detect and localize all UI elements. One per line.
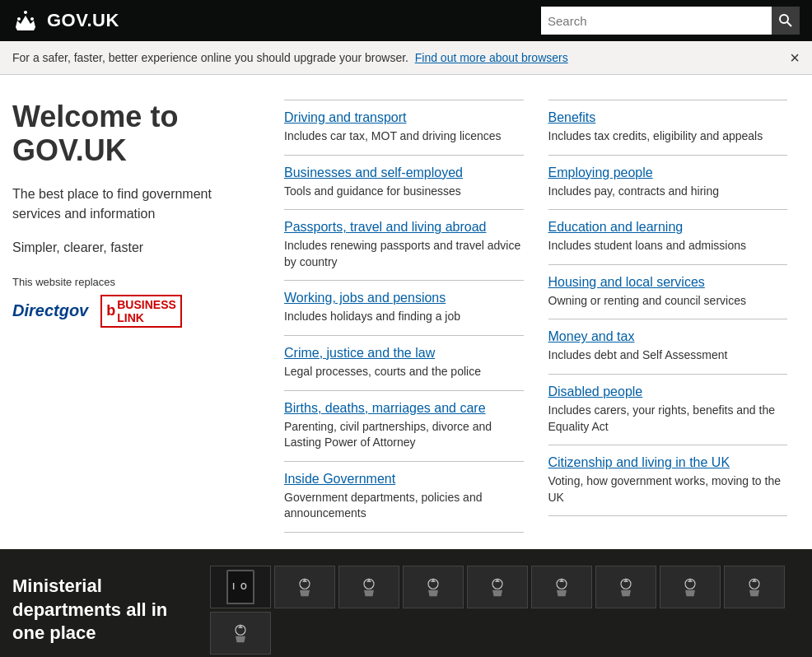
passports-link[interactable]: Passports, travel and living abroad	[284, 220, 524, 235]
list-item: Money and tax Includes debt and Self Ass…	[548, 319, 788, 374]
gov-uk-logo[interactable]: GOV.UK	[12, 9, 119, 32]
businesses-link[interactable]: Businesses and self-employed	[284, 165, 524, 180]
citizenship-link[interactable]: Citizenship and living in the UK	[548, 455, 788, 470]
list-item: Businesses and self-employed Tools and g…	[284, 155, 524, 210]
disabled-people-link[interactable]: Disabled people	[548, 384, 788, 399]
svg-line-1	[787, 22, 791, 26]
list-item: Driving and transport Includes car tax, …	[284, 100, 524, 155]
list-item: Working, jobs and pensions Includes holi…	[284, 280, 524, 335]
benefits-link[interactable]: Benefits	[548, 110, 788, 125]
welcome-description: The best place to find government servic…	[12, 184, 259, 224]
education-learning-link[interactable]: Education and learning	[548, 220, 788, 235]
dept-thumbnail[interactable]	[274, 566, 335, 608]
royal-crest-icon	[228, 621, 253, 645]
svg-point-0	[780, 15, 788, 23]
search-input[interactable]	[541, 7, 772, 35]
right-link-column: Benefits Includes tax credits, eligibili…	[536, 100, 800, 533]
businesslink-text: BUSINESSLINK	[117, 298, 176, 324]
dept-thumbnail[interactable]	[210, 612, 271, 655]
link-description: Includes pay, contracts and hiring	[548, 184, 788, 200]
door-10-text: I O	[232, 582, 248, 591]
dept-thumbnail[interactable]	[531, 566, 592, 608]
list-item: Inside Government Government departments…	[284, 461, 524, 533]
list-item: Disabled people Includes carers, your ri…	[548, 374, 788, 445]
working-jobs-link[interactable]: Working, jobs and pensions	[284, 291, 524, 305]
driving-transport-link[interactable]: Driving and transport	[284, 110, 524, 125]
legacy-logos: Directgov b BUSINESSLINK	[12, 295, 259, 328]
royal-crest-icon	[357, 575, 381, 599]
site-name: GOV.UK	[47, 10, 119, 31]
royal-crest-icon	[742, 575, 767, 599]
welcome-panel: Welcome to GOV.UK The best place to find…	[12, 100, 259, 533]
search-form	[541, 7, 800, 35]
link-description: Includes student loans and admissions	[548, 238, 788, 254]
crown-icon	[12, 9, 39, 32]
directgov-logo[interactable]: Directgov	[12, 301, 88, 320]
list-item: Housing and local services Owning or ren…	[548, 264, 788, 319]
businesslink-b-icon: b	[106, 302, 115, 319]
dept-thumbnails: I O	[210, 566, 800, 655]
list-item: Employing people Includes pay, contracts…	[548, 155, 788, 210]
link-description: Legal processes, courts and the police	[284, 364, 524, 380]
housing-local-link[interactable]: Housing and local services	[548, 275, 788, 290]
link-description: Owning or renting and council services	[548, 293, 788, 310]
welcome-heading: Welcome to GOV.UK	[12, 100, 259, 168]
browser-warning-text: For a safer, faster, better experience o…	[12, 51, 568, 64]
replaces-label: This website replaces	[12, 276, 259, 288]
main-content: Welcome to GOV.UK The best place to find…	[0, 75, 812, 549]
dept-thumbnail[interactable]	[595, 566, 656, 608]
browser-warning-banner: For a safer, faster, better experience o…	[0, 41, 812, 75]
browser-info-link[interactable]: Find out more about browsers	[415, 51, 568, 64]
link-description: Includes renewing passports and travel a…	[284, 238, 524, 270]
search-icon	[778, 13, 793, 28]
link-description: Government departments, policies and ann…	[284, 490, 524, 522]
links-section: Driving and transport Includes car tax, …	[284, 100, 800, 533]
link-description: Voting, how government works, moving to …	[548, 473, 788, 506]
list-item: Crime, justice and the law Legal process…	[284, 335, 524, 390]
link-description: Includes tax credits, eligibility and ap…	[548, 128, 788, 145]
list-item: Education and learning Includes student …	[548, 209, 788, 264]
ministerial-section: Ministerial departments all in one place…	[0, 549, 812, 657]
link-description: Tools and guidance for businesses	[284, 184, 524, 200]
inside-government-link[interactable]: Inside Government	[284, 472, 524, 487]
dept-thumbnail[interactable]	[338, 566, 399, 608]
tagline: Simpler, clearer, faster	[12, 240, 259, 255]
search-button[interactable]	[772, 7, 800, 35]
royal-crest-icon	[614, 575, 638, 599]
number-10-door: I O	[226, 570, 254, 604]
site-header: GOV.UK	[0, 0, 812, 41]
royal-crest-icon	[549, 575, 574, 599]
list-item: Benefits Includes tax credits, eligibili…	[548, 100, 788, 155]
left-link-column: Driving and transport Includes car tax, …	[284, 100, 536, 533]
list-item: Births, deaths, marriages and care Paren…	[284, 390, 524, 461]
royal-crest-icon	[292, 575, 317, 599]
dept-thumbnail[interactable]	[467, 566, 528, 608]
link-description: Includes holidays and finding a job	[284, 309, 524, 325]
dept-thumbnail[interactable]	[660, 566, 721, 608]
businesslink-logo[interactable]: b BUSINESSLINK	[100, 295, 182, 328]
births-deaths-link[interactable]: Births, deaths, marriages and care	[284, 401, 524, 416]
royal-crest-icon	[678, 575, 702, 599]
crime-justice-link[interactable]: Crime, justice and the law	[284, 346, 524, 361]
link-description: Includes car tax, MOT and driving licenc…	[284, 128, 524, 145]
list-item: Passports, travel and living abroad Incl…	[284, 209, 524, 280]
link-description: Parenting, civil partnerships, divorce a…	[284, 419, 524, 451]
dept-thumbnail[interactable]	[403, 566, 464, 608]
dept-thumbnail[interactable]: I O	[210, 566, 271, 608]
list-item: Citizenship and living in the UK Voting,…	[548, 445, 788, 516]
ministerial-title: Ministerial departments all in one place	[12, 575, 194, 645]
link-description: Includes carers, your rights, benefits a…	[548, 403, 788, 435]
employing-people-link[interactable]: Employing people	[548, 165, 788, 180]
link-description: Includes debt and Self Assessment	[548, 347, 788, 364]
royal-crest-icon	[485, 575, 510, 599]
dept-thumbnail[interactable]	[724, 566, 785, 608]
royal-crest-icon	[421, 575, 446, 599]
money-tax-link[interactable]: Money and tax	[548, 329, 788, 344]
close-warning-button[interactable]: ×	[790, 49, 800, 66]
